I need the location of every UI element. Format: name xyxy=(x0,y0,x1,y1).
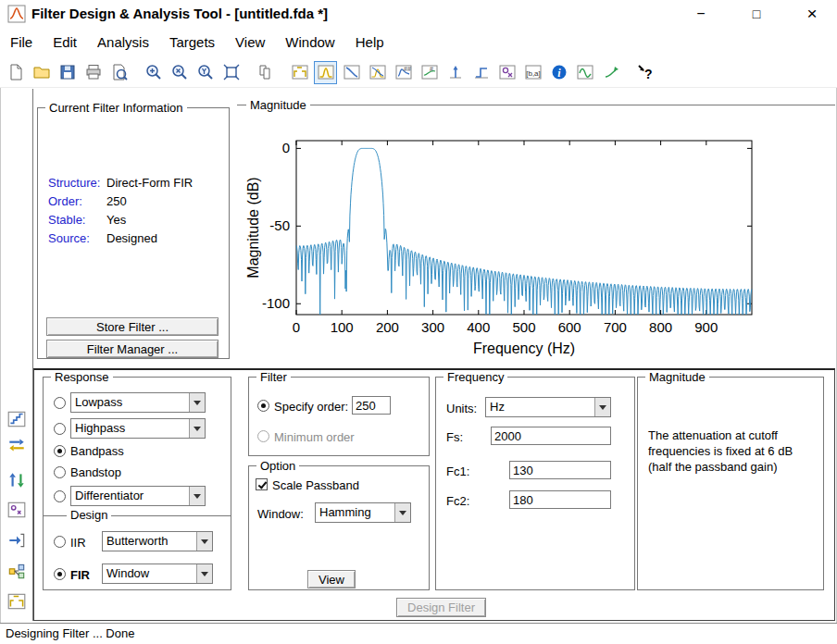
print-preview-icon xyxy=(110,63,129,81)
step-response-button[interactable] xyxy=(469,61,493,84)
menu-targets[interactable]: Targets xyxy=(159,28,225,57)
impulse-response-button[interactable] xyxy=(443,61,467,84)
chevron-down-icon xyxy=(189,419,205,438)
iir-radio[interactable] xyxy=(54,536,66,548)
view-button[interactable]: View xyxy=(307,570,356,588)
highpass-radio[interactable] xyxy=(54,423,66,435)
step-response-icon xyxy=(472,63,491,81)
scale-passband-checkbox[interactable] xyxy=(256,478,268,490)
svg-text:300: 300 xyxy=(421,319,444,335)
help-button[interactable] xyxy=(633,61,656,84)
fir-method-combo[interactable]: Window xyxy=(102,564,213,584)
round-off-noise-spectrum-button[interactable] xyxy=(599,61,622,84)
differentiator-type-combo[interactable]: Differentiator xyxy=(70,486,206,506)
group-delay-response-button[interactable] xyxy=(392,61,415,84)
save-session-button[interactable] xyxy=(56,61,79,84)
magnitude-note-line: frequencies is fixed at 6 dB xyxy=(648,443,818,459)
maximize-button[interactable]: □ xyxy=(738,0,775,28)
chevron-down-icon xyxy=(196,532,212,551)
save-session-icon xyxy=(58,63,77,81)
import-filter-button[interactable] xyxy=(5,528,29,552)
bandstop-radio[interactable] xyxy=(54,466,66,478)
filter-manager-button[interactable]: Filter Manager ... xyxy=(46,340,219,358)
filter-info-value: Direct-Form FIR xyxy=(106,176,193,194)
units-combo[interactable]: Hz xyxy=(485,397,611,417)
minimize-button[interactable]: − xyxy=(682,0,719,28)
menu-view[interactable]: View xyxy=(225,28,275,57)
filter-info-label: Structure: xyxy=(48,176,106,194)
specify-order-radio[interactable] xyxy=(257,400,269,412)
filter-info-label: Order: xyxy=(48,194,106,213)
svg-text:900: 900 xyxy=(694,319,718,335)
window-combo[interactable]: Hamming xyxy=(315,502,411,523)
minimum-order-radio[interactable] xyxy=(257,430,269,442)
menu-window[interactable]: Window xyxy=(275,28,344,57)
new-session-button[interactable] xyxy=(4,61,27,84)
print-icon xyxy=(84,63,103,81)
status-bar: Designing Filter ... Done xyxy=(0,623,837,644)
set-quantization-parameters-button[interactable] xyxy=(5,407,29,431)
menu-edit[interactable]: Edit xyxy=(43,28,87,57)
magnitude-response-plot: 01002003004005006007008009000-50-100 xyxy=(250,134,768,340)
filter-specifications-button[interactable] xyxy=(288,61,311,84)
filter-coefficients-button[interactable] xyxy=(521,61,544,84)
specify-order-input[interactable] xyxy=(352,396,391,415)
realize-model-icon xyxy=(6,561,27,581)
lowpass-radio[interactable] xyxy=(54,397,66,409)
fc2-input[interactable] xyxy=(509,490,611,509)
differentiator-radio[interactable] xyxy=(54,490,66,502)
highpass-type-combo[interactable]: Highpass xyxy=(70,418,206,439)
round-off-noise-spectrum-icon xyxy=(602,63,620,81)
pole-zero-plot-button[interactable] xyxy=(495,61,518,84)
magnitude-note-line: (half the passband gain) xyxy=(648,459,818,475)
toolbar-separator xyxy=(280,61,288,84)
zoom-y-button[interactable] xyxy=(194,61,217,84)
import-filter-icon xyxy=(6,530,27,551)
create-multirate-filter-icon xyxy=(6,470,27,490)
iir-method-combo[interactable]: Butterworth xyxy=(102,531,213,551)
title-bar: Filter Design & Analysis Tool - [untitle… xyxy=(0,0,837,28)
pole-zero-editor-button[interactable] xyxy=(5,498,29,522)
design-filter-button[interactable] xyxy=(5,589,29,613)
status-text: Designing Filter ... Done xyxy=(6,626,134,640)
fir-radio[interactable] xyxy=(54,568,66,580)
design-filter-button[interactable]: Design Filter xyxy=(396,598,486,617)
frequency-panel-title: Frequency xyxy=(443,370,507,384)
phase-response-button[interactable] xyxy=(340,61,363,84)
magnitude-response-estimate-button[interactable] xyxy=(573,61,596,84)
bandpass-row: Bandpass xyxy=(54,444,124,458)
open-session-button[interactable] xyxy=(30,61,53,84)
magnitude-and-phase-responses-button[interactable] xyxy=(366,61,389,84)
fc1-input[interactable] xyxy=(509,461,611,479)
create-multirate-filter-button[interactable] xyxy=(5,468,29,492)
realize-model-button[interactable] xyxy=(5,559,29,583)
menu-bar: FileEditAnalysisTargetsViewWindowHelp xyxy=(0,28,837,57)
fs-input[interactable] xyxy=(491,427,611,445)
magnitude-response-button[interactable] xyxy=(314,61,337,84)
full-view-button[interactable] xyxy=(219,61,243,84)
print-preview-button[interactable] xyxy=(107,61,131,84)
set-quantization-parameters-icon xyxy=(6,409,27,429)
app-icon[interactable] xyxy=(7,5,26,23)
zoom-in-button[interactable] xyxy=(142,61,165,84)
pole-zero-editor-icon xyxy=(6,500,27,520)
magnitude-note-line: The attenuation at cutoff xyxy=(648,427,818,443)
differentiator-row: Differentiator xyxy=(54,486,206,506)
phase-delay-response-button[interactable] xyxy=(418,61,441,84)
menu-analysis[interactable]: Analysis xyxy=(87,28,159,57)
plot-x-axis-label: Frequency (Hz) xyxy=(296,341,752,357)
copy-figure-button[interactable] xyxy=(254,61,277,84)
close-button[interactable]: × xyxy=(793,0,831,28)
lowpass-type-combo[interactable]: Lowpass xyxy=(70,392,206,413)
print-button[interactable] xyxy=(81,61,105,84)
fdatool-window: Filter Design & Analysis Tool - [untitle… xyxy=(0,0,837,644)
menu-file[interactable]: File xyxy=(0,28,43,57)
magnitude-response-icon xyxy=(317,63,335,81)
filter-information-button[interactable] xyxy=(547,61,570,84)
menu-help[interactable]: Help xyxy=(345,28,394,57)
zoom-x-button[interactable] xyxy=(168,61,191,84)
bandpass-radio[interactable] xyxy=(54,445,66,457)
plot-panel-title: Magnitude xyxy=(246,98,310,112)
transform-filter-button[interactable] xyxy=(5,433,29,457)
store-filter-button[interactable]: Store Filter ... xyxy=(46,317,219,336)
